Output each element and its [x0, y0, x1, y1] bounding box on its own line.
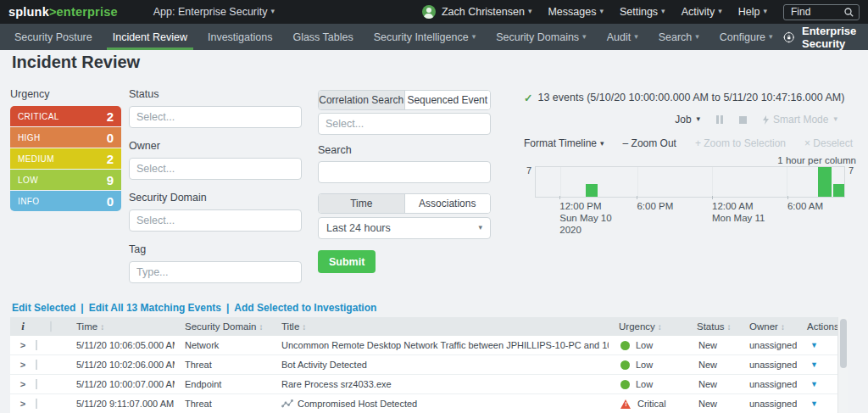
column-header-title[interactable]: Title↕ [271, 321, 609, 332]
row-actions-button[interactable]: ▼ [797, 360, 836, 369]
column-header-owner[interactable]: Owner↕ [739, 321, 797, 332]
nav-items: Security PostureIncident ReviewInvestiga… [4, 24, 783, 50]
timeline-plot[interactable] [535, 166, 845, 198]
filter-list: StatusOwnerSecurity DomainTag [129, 88, 302, 295]
filter-input-tag[interactable] [129, 261, 302, 283]
job-menu[interactable]: Job▾ [675, 114, 700, 126]
expand-row-button[interactable]: > [10, 399, 36, 409]
urgency-count: 0 [107, 131, 114, 145]
bulk-link-edit-all-13-matching-events[interactable]: Edit All 13 Matching Events [89, 302, 221, 314]
filter-input-status[interactable] [129, 106, 302, 128]
tab-associations[interactable]: Associations [405, 194, 491, 213]
menu-messages[interactable]: Messages▾ [548, 6, 604, 18]
deselect-button[interactable]: × Deselect [804, 137, 853, 149]
nav-item-security-domains[interactable]: Security Domains▾ [486, 24, 596, 50]
row-checkbox[interactable] [36, 379, 37, 389]
splunk-logo[interactable]: splunk>enterprise [8, 5, 118, 19]
scrollbar-thumb[interactable] [840, 319, 847, 368]
cell-urgency: Critical [609, 399, 687, 409]
timeline-bar[interactable] [833, 184, 844, 197]
row-actions-button[interactable]: ▼ [797, 341, 836, 349]
format-timeline-menu[interactable]: Format Timeline▾ [524, 137, 604, 149]
submit-button[interactable]: Submit [318, 250, 376, 273]
pause-icon [716, 115, 719, 124]
urgency-bar-info[interactable]: INFO0 [10, 191, 121, 211]
cell-time: 5/11/20 9:11:07.000 AM [66, 399, 175, 409]
cell-owner: unassigned [739, 379, 797, 389]
expand-row-button[interactable]: > [10, 340, 36, 350]
user-avatar [422, 5, 436, 19]
zoom-to-selection-button[interactable]: + Zoom to Selection [695, 137, 786, 149]
urgency-bar-high[interactable]: HIGH0 [10, 127, 121, 148]
x-tick-6-00-am: 6:00 AM [787, 198, 823, 212]
search-input[interactable] [318, 161, 491, 183]
smart-mode-menu[interactable]: Smart Mode▾ [763, 114, 837, 126]
nav-item-incident-review[interactable]: Incident Review [103, 24, 198, 50]
nav-item-security-intelligence[interactable]: Security Intelligence▾ [364, 24, 486, 50]
nav-item-label: Glass Tables [292, 31, 353, 43]
nav-item-investigations[interactable]: Investigations [198, 24, 282, 50]
row-checkbox-cell [36, 360, 66, 370]
tab-correlation-search[interactable]: Correlation Search [319, 91, 405, 109]
filter-input-security-domain[interactable] [129, 209, 302, 232]
timeline-chart: 7 7 [524, 166, 856, 198]
column-header-urgency[interactable]: Urgency↕ [609, 321, 687, 332]
row-actions-button[interactable]: ▼ [797, 399, 836, 408]
zoom-out-button[interactable]: – Zoom Out [623, 137, 676, 149]
menu-activity[interactable]: Activity▾ [682, 6, 722, 18]
timeline-bar[interactable] [818, 167, 832, 197]
column-header-actions[interactable]: Actions [797, 321, 836, 332]
table-body: >5/11/20 10:06:05.000 AMNetworkUncommon … [10, 336, 848, 413]
es-brand[interactable]: Enterprise Security [783, 24, 868, 50]
urgency-bar-medium[interactable]: MEDIUM2 [10, 148, 121, 169]
expand-row-button[interactable]: > [10, 379, 36, 389]
expand-row-button[interactable]: > [10, 360, 36, 370]
nav-item-audit[interactable]: Audit▾ [597, 24, 648, 50]
menu-help[interactable]: Help▾ [738, 6, 767, 18]
row-checkbox[interactable] [36, 399, 37, 409]
find-search-box[interactable] [783, 4, 860, 20]
user-menu[interactable]: Zach Christensen ▾ [422, 5, 532, 19]
column-header-label: Status [697, 321, 725, 332]
y-axis-max-left: 7 [524, 166, 535, 176]
filter-input-owner[interactable] [129, 158, 302, 180]
tab-time[interactable]: Time [319, 194, 405, 213]
select-all-checkbox[interactable] [50, 321, 52, 332]
cell-security-domain: Threat [175, 399, 271, 409]
time-range-select[interactable]: Last 24 hours ▾ [318, 217, 491, 239]
job-controls: Job▾ Smart Mode▾ [524, 114, 856, 126]
tab-sequenced-event[interactable]: Sequenced Event [405, 91, 491, 109]
column-header-info[interactable]: i [10, 320, 36, 333]
pause-button[interactable] [716, 115, 723, 124]
check-icon: ✓ [524, 92, 532, 104]
nav-item-glass-tables[interactable]: Glass Tables [282, 24, 363, 50]
cell-title: Uncommon Remote Desktop Network Traffic … [271, 340, 609, 350]
nav-item-configure[interactable]: Configure▾ [709, 24, 783, 50]
column-header-status[interactable]: Status↕ [687, 321, 739, 332]
row-actions-button[interactable]: ▼ [797, 380, 836, 388]
column-header-time[interactable]: Time↕ [66, 321, 175, 332]
table-scrollbar[interactable] [837, 317, 848, 413]
x-tick-label: 6:00 AM [787, 198, 823, 212]
column-header-security-domain[interactable]: Security Domain↕ [175, 321, 271, 332]
timeline-bar[interactable] [586, 184, 598, 197]
chevron-down-icon: ▾ [472, 32, 476, 41]
row-checkbox-cell [36, 340, 66, 350]
urgency-bar-low[interactable]: LOW9 [10, 170, 121, 190]
filter-label: Owner [129, 140, 302, 152]
chevron-down-icon: ▾ [271, 7, 275, 15]
row-checkbox[interactable] [36, 360, 37, 370]
menu-settings[interactable]: Settings▾ [620, 6, 665, 18]
table-row: >5/11/20 10:02:06.000 AMThreatBot Activi… [10, 355, 837, 375]
app-menu[interactable]: App: Enterprise Security▾ [153, 6, 275, 18]
stop-button[interactable] [739, 116, 747, 124]
nav-item-search[interactable]: Search▾ [648, 24, 709, 50]
urgency-bar-critical[interactable]: CRITICAL2 [10, 106, 121, 126]
bulk-link-add-selected-to-investigation[interactable]: Add Selected to Investigation [234, 302, 376, 314]
nav-item-security-posture[interactable]: Security Posture [4, 24, 103, 50]
correlation-search-select[interactable] [318, 113, 491, 135]
row-checkbox[interactable] [36, 340, 37, 350]
find-input[interactable] [789, 5, 842, 19]
low-urgency-dot-icon [620, 341, 630, 350]
bulk-link-edit-selected[interactable]: Edit Selected [12, 302, 75, 314]
